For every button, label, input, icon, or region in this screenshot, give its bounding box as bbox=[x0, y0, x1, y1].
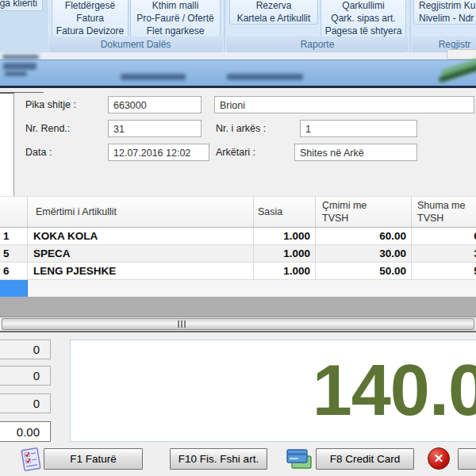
invoice-checklist-icon[interactable] bbox=[18, 446, 44, 473]
grid-header: Emërtimi i Artikullit Sasia Çmimi me TVS… bbox=[0, 196, 476, 228]
side-value-field-3[interactable]: 0 bbox=[0, 393, 51, 413]
ribbon-item-regjistrim[interactable]: Regjistrim Ku bbox=[414, 0, 476, 12]
side-value-field-4[interactable]: 0.00 bbox=[0, 421, 51, 442]
ribbon-column: Fletdërgesë Fatura Fatura Devizore bbox=[52, 0, 129, 39]
blurred-text bbox=[227, 74, 303, 80]
divider bbox=[0, 317, 476, 317]
nr-rend-label: Nr. Rend.: bbox=[25, 120, 70, 137]
ribbon-item-flet-ngarkese[interactable]: Flet ngarkese bbox=[131, 25, 220, 37]
credit-cards-icon[interactable] bbox=[286, 447, 313, 472]
cell-sum: 30.00 bbox=[412, 245, 476, 262]
f8-credit-card-button[interactable]: F8 Credit Card bbox=[316, 448, 414, 470]
side-value-field-1[interactable]: 0 bbox=[0, 340, 51, 359]
splitter-grip-icon bbox=[178, 321, 179, 328]
cell-name: KOKA KOLA bbox=[28, 228, 254, 244]
blurred-text bbox=[5, 71, 27, 76]
cell-rownum: 1 bbox=[0, 228, 28, 244]
cell-rownum: 5 bbox=[0, 245, 28, 262]
table-row[interactable]: 6 LENG PJESHKE 1.000 50.00 50.00 bbox=[0, 263, 476, 280]
data-field[interactable]: 12.07.2016 12:02 bbox=[108, 144, 209, 161]
blurred-text bbox=[121, 74, 186, 80]
cell-sum: 50.00 bbox=[412, 263, 476, 279]
ribbon-item-rezerva[interactable]: Rezerva bbox=[230, 0, 317, 12]
cell-qty: 1.000 bbox=[254, 228, 316, 244]
nr-rend-field[interactable]: 31 bbox=[108, 120, 202, 137]
close-icon[interactable]: ✕ bbox=[428, 447, 450, 470]
table-row-empty[interactable] bbox=[0, 280, 476, 297]
ribbon-column: Rezerva Kartela e Artikullit bbox=[229, 0, 318, 25]
cell-sum: 60.00 bbox=[412, 228, 476, 244]
data-label: Data : bbox=[25, 144, 52, 161]
ribbon-column: Qarkullimi Qark. sipas art. Pagesa të sh… bbox=[321, 0, 406, 39]
ribbon-item-fatura[interactable]: Fatura bbox=[52, 12, 128, 25]
footer-button-partial[interactable] bbox=[458, 448, 476, 470]
cell-qty: 1.000 bbox=[254, 263, 316, 279]
ribbon-item-kthim-malli[interactable]: Kthim malli bbox=[131, 0, 220, 12]
splitter-handle[interactable] bbox=[2, 318, 474, 330]
arketari-field[interactable]: Shites në Arkë bbox=[294, 144, 417, 161]
nr-arkes-field[interactable]: 1 bbox=[300, 120, 417, 137]
arketari-label: Arkëtari : bbox=[216, 144, 255, 161]
pos-window: ga klienti Fletdërgesë Fatura Fatura Dev… bbox=[0, 0, 476, 476]
cell-price: 50.00 bbox=[316, 263, 412, 279]
pika-shitje-label: Pika shitje : bbox=[25, 96, 76, 113]
ribbon-button-partial-left[interactable]: ga klienti bbox=[0, 0, 43, 11]
ribbon: ga klienti Fletdërgesë Fatura Fatura Dev… bbox=[0, 0, 476, 52]
splitter-grip-icon bbox=[181, 321, 182, 328]
ribbon-item-fatura-devizore[interactable]: Fatura Devizore bbox=[52, 25, 128, 37]
f1-fature-button[interactable]: F1 Faturë bbox=[44, 448, 143, 470]
cell-rownum: 6 bbox=[0, 263, 28, 279]
ribbon-item-kartela-artikullit[interactable]: Kartela e Artikullit bbox=[230, 12, 317, 25]
splitter-grip-icon bbox=[184, 321, 186, 328]
grid-header-sasia[interactable]: Sasia bbox=[254, 197, 316, 227]
grid-background bbox=[0, 297, 476, 317]
pika-shitje-name-field[interactable]: Brioni bbox=[214, 96, 474, 113]
ribbon-column: Kthim malli Pro-Faurë / Ofertë Flet ngar… bbox=[130, 0, 221, 39]
window-band bbox=[0, 52, 476, 60]
ribbon-column: Regjistrim Ku Nivelim - Ndr bbox=[413, 0, 476, 25]
ribbon-item-pagesa-te-shtyera[interactable]: Pagesa të shtyera bbox=[321, 25, 405, 37]
ribbon-group-label-raporte: Raporte bbox=[226, 36, 409, 52]
ribbon-group-regjistr: Regjistrim Ku Nivelim - Ndr Regjistr bbox=[410, 0, 476, 54]
ribbon-group-raporte: Rezerva Kartela e Artikullit Qarkullimi … bbox=[225, 0, 410, 54]
ribbon-item-pro-faure-oferte[interactable]: Pro-Faurë / Ofertë bbox=[131, 12, 220, 25]
ribbon-item-nivelim[interactable]: Nivelim - Ndr bbox=[414, 12, 476, 25]
f10-fshi-art-button[interactable]: F10 Fis. Fshi art. bbox=[170, 448, 267, 470]
cell-price: 30.00 bbox=[316, 245, 412, 262]
grand-total-display: 140.00 bbox=[70, 340, 476, 442]
grid-header-shuma[interactable]: Shuma me TVSH bbox=[412, 197, 476, 227]
table-row[interactable]: 1 KOKA KOLA 1.000 60.00 60.00 bbox=[0, 228, 476, 245]
grand-total-value: 140.00 bbox=[71, 340, 476, 443]
document-header-bar bbox=[0, 60, 476, 86]
ribbon-item-qarkullimi[interactable]: Qarkullimi bbox=[321, 0, 405, 12]
ribbon-item-qark-sipas-art[interactable]: Qark. sipas art. bbox=[321, 12, 405, 25]
ribbon-button-partial-left-label: ga klienti bbox=[0, 0, 37, 9]
divider bbox=[0, 86, 476, 88]
cell-name: SPECA bbox=[28, 245, 254, 262]
blurred-text bbox=[3, 63, 36, 70]
pika-shitje-code-field[interactable]: 663000 bbox=[108, 96, 202, 113]
selected-cell[interactable] bbox=[0, 280, 28, 297]
side-value-field-2[interactable]: 0 bbox=[0, 366, 51, 386]
table-row[interactable]: 5 SPECA 1.000 30.00 30.00 bbox=[0, 245, 476, 263]
ribbon-group-dokument-dales: Fletdërgesë Fatura Fatura Devizore Kthim… bbox=[47, 0, 225, 54]
ribbon-item-fletdergese[interactable]: Fletdërgesë bbox=[52, 0, 128, 12]
side-panel-edge bbox=[0, 93, 14, 196]
ribbon-group-label-dokument-dales: Dokument Dalës bbox=[48, 36, 223, 52]
nr-arkes-label: Nr. i arkës : bbox=[216, 120, 266, 137]
grid-header-rownum[interactable] bbox=[0, 197, 28, 227]
scroll-thumb[interactable] bbox=[447, 49, 476, 60]
cell-qty: 1.000 bbox=[254, 245, 316, 262]
cell-price: 60.00 bbox=[316, 228, 412, 244]
grid-header-cmimi[interactable]: Çmimi me TVSH bbox=[316, 197, 412, 227]
grid-header-emertimi[interactable]: Emërtimi i Artikullit bbox=[28, 197, 254, 227]
cell-name: LENG PJESHKE bbox=[28, 263, 254, 279]
